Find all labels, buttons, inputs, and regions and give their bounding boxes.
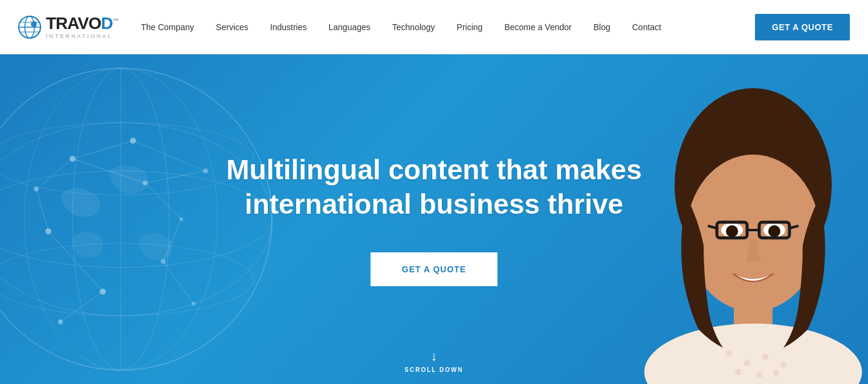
nav-item-technology[interactable]: Technology — [381, 0, 446, 54]
nav-item-the-company[interactable]: The Company — [130, 0, 205, 54]
logo[interactable]: TRAVOD™ INTERNATIONAL — [18, 15, 118, 39]
nav-item-services[interactable]: Services — [205, 0, 259, 54]
nav-item-blog[interactable]: Blog — [583, 0, 621, 54]
svg-line-31 — [36, 189, 48, 231]
svg-point-51 — [768, 225, 780, 237]
svg-point-43 — [762, 354, 768, 360]
svg-point-5 — [31, 21, 37, 27]
svg-point-45 — [735, 369, 741, 375]
svg-line-34 — [60, 292, 103, 322]
hero-content: Multilingual content that makes internat… — [226, 153, 642, 286]
svg-point-50 — [726, 225, 738, 237]
svg-line-27 — [73, 141, 133, 159]
svg-point-37 — [687, 155, 820, 312]
svg-point-40 — [644, 324, 862, 384]
nav-item-contact[interactable]: Contact — [621, 0, 672, 54]
header-get-quote-button[interactable]: GET A QUOTE — [755, 14, 850, 40]
brand-name: TRAVOD™ — [46, 15, 118, 32]
svg-point-10 — [0, 243, 254, 316]
svg-line-35 — [133, 141, 206, 171]
svg-line-33 — [163, 261, 193, 304]
svg-point-44 — [780, 362, 786, 368]
svg-point-41 — [726, 351, 732, 357]
header: TRAVOD™ INTERNATIONAL The Company Servic… — [0, 0, 868, 54]
scroll-down[interactable]: ↓ SCROLL DOWN — [404, 348, 463, 373]
svg-point-42 — [744, 360, 750, 366]
main-nav: The Company Services Industries Language… — [130, 0, 850, 54]
nav-item-pricing[interactable]: Pricing — [446, 0, 494, 54]
hero-headline: Multilingual content that makes internat… — [226, 153, 642, 222]
svg-point-47 — [773, 370, 779, 376]
brand-subtitle: INTERNATIONAL — [46, 33, 118, 39]
svg-line-28 — [145, 183, 181, 219]
hero-get-quote-button[interactable]: GET A QUOTE — [371, 252, 497, 286]
scroll-down-arrow: ↓ — [431, 348, 438, 364]
svg-point-46 — [756, 372, 762, 378]
nav-item-become-vendor[interactable]: Become a Vendor — [493, 0, 582, 54]
scroll-down-label: SCROLL DOWN — [404, 366, 463, 373]
person-image — [638, 76, 868, 384]
nav-item-industries[interactable]: Industries — [259, 0, 318, 54]
nav-item-languages[interactable]: Languages — [317, 0, 381, 54]
svg-line-29 — [145, 171, 206, 183]
hero-section: Multilingual content that makes internat… — [0, 54, 868, 384]
